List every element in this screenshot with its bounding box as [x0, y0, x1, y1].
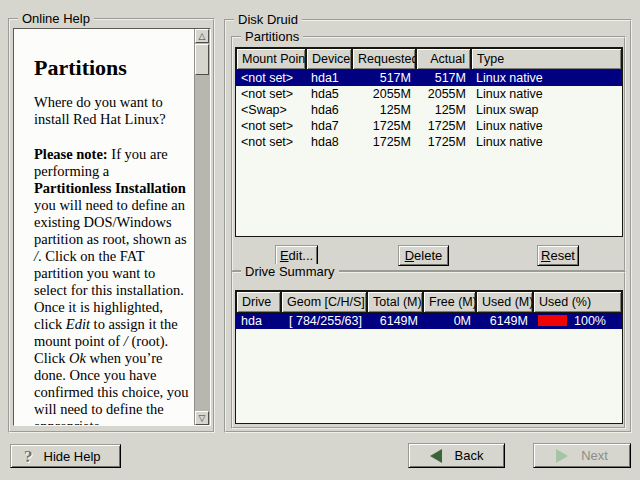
- column-header[interactable]: Used (%): [533, 291, 622, 313]
- table-cell: <Swap>: [236, 102, 306, 118]
- edit-button[interactable]: Edit...: [275, 245, 318, 266]
- next-button[interactable]: Next: [533, 443, 631, 468]
- table-cell: hda6: [306, 102, 352, 118]
- partitions-group: Partitions Mount PointDeviceRequestedAct…: [231, 36, 626, 272]
- table-cell: 100%: [533, 313, 622, 329]
- column-header[interactable]: Free (M): [423, 291, 476, 313]
- column-header[interactable]: Device: [306, 48, 352, 70]
- column-header[interactable]: Requested: [352, 48, 416, 70]
- table-cell: 125M: [416, 102, 471, 118]
- column-header[interactable]: Actual: [416, 48, 471, 70]
- back-button-label: Back: [455, 448, 484, 463]
- table-cell: hda5: [306, 86, 352, 102]
- back-button[interactable]: Back: [408, 443, 505, 468]
- table-cell: Linux native: [471, 70, 622, 86]
- help-title: Partitions: [34, 59, 189, 76]
- help-paragraph-intro: Where do you want to install Red Hat Lin…: [34, 94, 189, 128]
- column-header[interactable]: Mount Point: [236, 48, 306, 70]
- table-cell: Linux native: [471, 134, 622, 150]
- disk-druid-panel: Disk Druid Partitions Mount PointDeviceR…: [224, 19, 632, 433]
- next-button-label: Next: [581, 448, 608, 463]
- table-cell: 6149M: [367, 313, 423, 329]
- online-help-frame-label: Online Help: [18, 11, 94, 26]
- question-mark-icon: ?: [24, 448, 33, 465]
- table-cell: 1725M: [352, 118, 416, 134]
- table-cell: 517M: [416, 70, 471, 86]
- scroll-up-button[interactable]: △: [195, 29, 209, 43]
- delete-button-label: Delete: [405, 248, 443, 263]
- reset-button[interactable]: Reset: [537, 245, 579, 266]
- scroll-down-button[interactable]: ▽: [195, 411, 209, 425]
- partitions-table-body: <not set>hda1517M517MLinux native<not se…: [236, 70, 622, 150]
- help-scrollbar[interactable]: △ ▽: [194, 29, 210, 425]
- help-viewport: Partitions Where do you want to install …: [13, 28, 211, 426]
- table-cell: Linux native: [471, 118, 622, 134]
- table-cell: [ 784/255/63]: [281, 313, 367, 329]
- installer-screen: Online Help Partitions Where do you want…: [0, 0, 640, 480]
- table-cell: Linux swap: [471, 102, 622, 118]
- drive-summary-table-body: hda[ 784/255/63]6149M0M6149M100%: [236, 313, 622, 329]
- back-arrow-icon: [430, 449, 442, 463]
- table-cell: <not set>: [236, 86, 306, 102]
- drive-summary-frame-label: Drive Summary: [241, 264, 339, 279]
- help-paragraph-body: Please note: If you are performing a Par…: [34, 146, 189, 425]
- table-cell: hda1: [306, 70, 352, 86]
- next-arrow-icon: [556, 449, 568, 463]
- table-cell: 1725M: [352, 134, 416, 150]
- table-cell: 6149M: [476, 313, 533, 329]
- table-cell: <not set>: [236, 118, 306, 134]
- table-cell: hda8: [306, 134, 352, 150]
- partitions-table-header: Mount PointDeviceRequestedActualType: [236, 48, 622, 70]
- column-header[interactable]: Total (M): [367, 291, 423, 313]
- table-cell: 2055M: [352, 86, 416, 102]
- column-header[interactable]: Geom [C/H/S]: [281, 291, 367, 313]
- table-row[interactable]: <not set>hda1517M517MLinux native: [236, 70, 622, 86]
- table-cell: 1725M: [416, 118, 471, 134]
- hide-help-button[interactable]: ? Hide Help: [10, 444, 121, 468]
- table-cell: 2055M: [416, 86, 471, 102]
- column-header[interactable]: Drive: [236, 291, 281, 313]
- table-cell: Linux native: [471, 86, 622, 102]
- table-row[interactable]: hda[ 784/255/63]6149M0M6149M100%: [236, 313, 622, 329]
- online-help-panel: Online Help Partitions Where do you want…: [8, 18, 215, 433]
- table-row[interactable]: <not set>hda71725M1725MLinux native: [236, 118, 622, 134]
- table-row[interactable]: <not set>hda52055M2055MLinux native: [236, 86, 622, 102]
- column-header[interactable]: Type: [471, 48, 622, 70]
- reset-button-label: Reset: [541, 248, 575, 263]
- column-header[interactable]: Used (M): [476, 291, 533, 313]
- table-row[interactable]: <not set>hda81725M1725MLinux native: [236, 134, 622, 150]
- drive-summary-table-header: DriveGeom [C/H/S]Total (M)Free (M)Used (…: [236, 291, 622, 313]
- table-cell: 517M: [352, 70, 416, 86]
- table-cell: 125M: [352, 102, 416, 118]
- table-cell: 0M: [423, 313, 476, 329]
- edit-button-label: Edit...: [280, 248, 313, 263]
- drive-summary-table: DriveGeom [C/H/S]Total (M)Free (M)Used (…: [235, 290, 623, 424]
- scroll-down-icon: ▽: [199, 413, 206, 423]
- disk-druid-frame-label: Disk Druid: [234, 12, 302, 27]
- table-row[interactable]: <Swap>hda6125M125MLinux swap: [236, 102, 622, 118]
- scroll-up-icon: △: [199, 31, 206, 41]
- hide-help-button-label: Hide Help: [44, 449, 101, 464]
- table-cell: hda7: [306, 118, 352, 134]
- table-cell: hda: [236, 313, 281, 329]
- delete-button[interactable]: Delete: [398, 245, 449, 266]
- help-content: Partitions Where do you want to install …: [14, 29, 195, 425]
- used-percent-bar: [538, 315, 567, 326]
- table-cell: <not set>: [236, 134, 306, 150]
- drive-summary-group: Drive Summary DriveGeom [C/H/S]Total (M)…: [231, 271, 626, 429]
- partitions-table: Mount PointDeviceRequestedActualType <no…: [235, 47, 623, 237]
- table-cell: <not set>: [236, 70, 306, 86]
- scrollbar-thumb[interactable]: [195, 44, 209, 75]
- table-cell: 1725M: [416, 134, 471, 150]
- partitions-frame-label: Partitions: [241, 29, 303, 44]
